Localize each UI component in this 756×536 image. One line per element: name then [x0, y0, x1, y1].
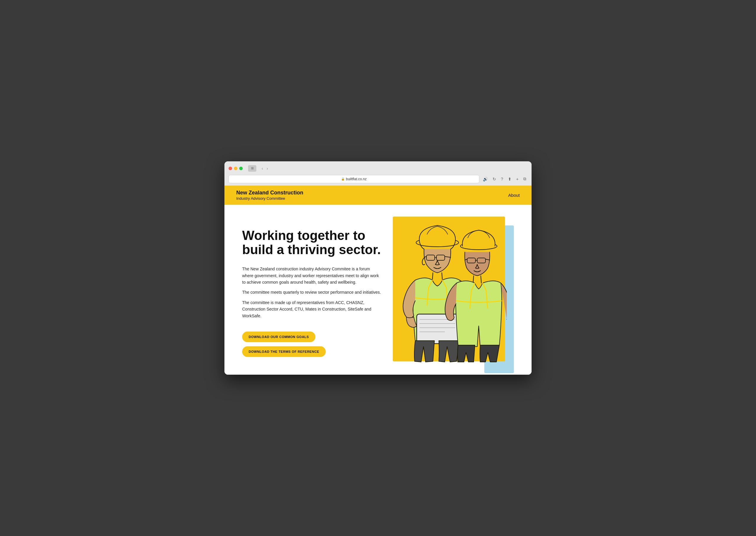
site-nav: About — [508, 193, 520, 198]
help-button[interactable]: ? — [500, 176, 504, 182]
browser-chrome: ⊞ ‹ › 🔒 builtflat.co.nz 🔊 ↻ ? ⬆ + ⧉ — [224, 161, 532, 185]
site-header: New Zealand Construction Industry Adviso… — [224, 185, 532, 205]
forward-button[interactable]: › — [266, 165, 269, 171]
hero-body-3: The committee is made up of representati… — [242, 299, 381, 319]
address-bar[interactable]: 🔒 builtflat.co.nz — [229, 175, 479, 183]
logo-subtitle: Industry Advisory Committee — [236, 196, 303, 201]
logo-title: New Zealand Construction — [236, 190, 303, 196]
traffic-lights — [229, 167, 243, 170]
reload-button[interactable]: ↻ — [491, 176, 497, 182]
hero-content: Working together to build a thriving sec… — [242, 222, 381, 357]
browser-actions: 🔊 ↻ ? ⬆ + ⧉ — [482, 176, 527, 182]
address-bar-row: 🔒 builtflat.co.nz 🔊 ↻ ? ⬆ + ⧉ — [229, 175, 527, 185]
browser-controls: ⊞ — [248, 165, 256, 172]
browser-window: ⊞ ‹ › 🔒 builtflat.co.nz 🔊 ↻ ? ⬆ + ⧉ — [224, 161, 532, 375]
download-common-goals-button[interactable]: DOWNLOAD OUR COMMON GOALS — [242, 331, 315, 342]
hero-headline: Working together to build a thriving sec… — [242, 228, 381, 257]
browser-top-bar: ⊞ ‹ › — [229, 164, 527, 173]
lock-icon: 🔒 — [341, 177, 345, 181]
hero-body-1: The New Zealand construction industry Ad… — [242, 266, 381, 285]
url-text: builtflat.co.nz — [346, 177, 366, 181]
tab-overview-button[interactable]: ⊞ — [248, 165, 256, 172]
download-terms-button[interactable]: DOWNLOAD THE TERMS OF REFERENCE — [242, 346, 326, 357]
website: New Zealand Construction Industry Adviso… — [224, 185, 532, 375]
hero-body-2: The committee meets quarterly to review … — [242, 289, 381, 295]
sidebar-button[interactable]: ⧉ — [522, 176, 527, 182]
minimize-button[interactable] — [234, 167, 237, 170]
share-button[interactable]: ⬆ — [507, 176, 513, 182]
site-logo: New Zealand Construction Industry Adviso… — [236, 190, 303, 201]
workers-illustration — [392, 217, 507, 363]
maximize-button[interactable] — [239, 167, 243, 170]
close-button[interactable] — [229, 167, 232, 170]
nav-arrows: ‹ › — [261, 165, 269, 171]
hero-image-area — [393, 222, 520, 357]
new-tab-button[interactable]: + — [515, 176, 520, 182]
hero-buttons: DOWNLOAD OUR COMMON GOALS DOWNLOAD THE T… — [242, 331, 381, 357]
back-button[interactable]: ‹ — [261, 165, 264, 171]
nav-about[interactable]: About — [508, 193, 520, 198]
hero-section: Working together to build a thriving sec… — [224, 205, 532, 375]
audio-button[interactable]: 🔊 — [482, 176, 489, 182]
